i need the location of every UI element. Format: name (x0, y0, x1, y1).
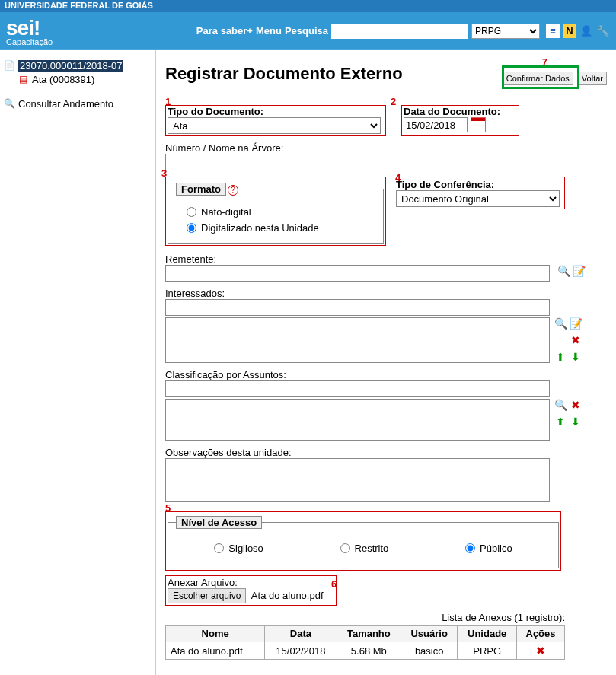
radio-restrito[interactable] (340, 543, 350, 553)
pesquisa-label: Pesquisa (285, 25, 328, 37)
up-cls-icon[interactable]: ⬆ (554, 416, 567, 428)
nivel-legend: Nível de Acesso (176, 515, 262, 529)
tipoconf-label: Tipo de Conferência: (396, 179, 563, 190)
menu-link[interactable]: Menu (256, 25, 282, 37)
td-acoes: ✖ (517, 642, 565, 660)
data-input[interactable] (404, 117, 468, 132)
tipo-label: Tipo do Documento: (168, 106, 384, 117)
radio-sigiloso[interactable] (214, 543, 224, 553)
td-unidade: PRPG (458, 642, 517, 660)
processo-link[interactable]: 23070.000011/2018-07 (18, 60, 123, 72)
consult-link[interactable]: Consultar Andamento (18, 98, 113, 110)
delete-anexo-icon[interactable]: ✖ (535, 645, 547, 657)
nivel-sigiloso[interactable]: Sigiloso (214, 543, 263, 554)
formato-fieldset: Formato? Nato-digital Digitalizado nesta… (168, 182, 384, 244)
help-icon[interactable]: ? (228, 185, 238, 196)
doc-link[interactable]: Ata (0008391) (32, 74, 94, 85)
edit-remetente-icon[interactable]: 📝 (573, 265, 585, 277)
classif-input[interactable] (165, 380, 550, 397)
tipoconf-group: Tipo de Conferência: Documento Original (394, 177, 565, 209)
formato-digit[interactable]: Digitalizado nesta Unidade (187, 222, 375, 234)
interessados-list[interactable] (165, 317, 550, 363)
sei-sub: Capacitação (6, 37, 53, 46)
tipoconf-select[interactable]: Documento Original (396, 190, 560, 207)
nivel-restrito[interactable]: Restrito (340, 543, 389, 554)
file-name: Ata do aluno.pdf (251, 590, 324, 601)
para-saber-link[interactable]: Para saber+ (196, 25, 253, 37)
td-tamanho: 5.68 Mb (337, 642, 401, 660)
anexos-table: Nome Data Tamanho Usuário Unidade Ações … (165, 625, 565, 660)
escolher-arquivo-button[interactable]: Escolher arquivo (168, 588, 246, 603)
list-icon[interactable]: ≡ (546, 24, 560, 38)
search-remetente-icon[interactable]: 🔍 (557, 265, 570, 277)
anexar-group: Anexar Arquivo: Escolher arquivo Ata do … (165, 575, 337, 606)
td-nome: Ata do aluno.pdf (166, 642, 265, 660)
main: Registrar Documento Externo Confirmar Da… (156, 50, 616, 675)
marker-2: 2 (391, 96, 396, 107)
pdf-icon: ▤ (17, 73, 29, 85)
calendar-icon[interactable] (471, 117, 486, 132)
sidebar: 📄 23070.000011/2018-07 ▤ Ata (0008391) 🔍… (0, 50, 156, 675)
anexos-title: Lista de Anexos (1 registro): (165, 612, 565, 623)
data-group: Data do Documento: (401, 105, 519, 136)
search-icon: 🔍 (3, 97, 15, 110)
unit-select[interactable]: PRPG (471, 24, 540, 39)
formato-legend: Formato? (176, 182, 238, 196)
topbar: UNIVERSIDADE FEDERAL DE GOIÁS (0, 0, 616, 12)
processo-row[interactable]: 📄 23070.000011/2018-07 (3, 59, 152, 72)
obs-textarea[interactable] (165, 458, 550, 502)
down-int-icon[interactable]: ⬇ (570, 351, 582, 363)
logo-area: sei! Capacitação (6, 16, 53, 46)
interessados-input[interactable] (165, 299, 550, 316)
nivel-group: Nível de Acesso Sigiloso Restrito Públic… (165, 511, 561, 571)
th-usuario: Usuário (401, 626, 458, 642)
numero-input[interactable] (165, 154, 378, 170)
org-name: UNIVERSIDADE FEDERAL DE GOIÁS (5, 1, 153, 10)
top-actions: Confirmar Dados Voltar (503, 72, 607, 85)
edit-int-icon[interactable]: 📝 (570, 317, 582, 330)
remove-cls-icon[interactable]: ✖ (570, 399, 582, 411)
search-int-icon[interactable]: 🔍 (554, 317, 567, 330)
nivel-fieldset: Nível de Acesso Sigiloso Restrito Públic… (168, 515, 559, 568)
tipo-select[interactable]: Ata (168, 117, 381, 134)
table-row: Ata do aluno.pdf 15/02/2018 5.68 Mb basi… (166, 642, 565, 660)
confirmar-button[interactable]: Confirmar Dados (503, 72, 573, 85)
td-data: 15/02/2018 (265, 642, 337, 660)
voltar-button[interactable]: Voltar (578, 72, 607, 85)
down-cls-icon[interactable]: ⬇ (570, 416, 582, 428)
sei-logo: sei! (6, 16, 40, 40)
numero-label: Número / Nome na Árvore: (165, 142, 607, 154)
doc-row[interactable]: ▤ Ata (0008391) (17, 73, 152, 85)
anexar-label: Anexar Arquivo: (168, 577, 334, 588)
table-header-row: Nome Data Tamanho Usuário Unidade Ações (166, 626, 565, 642)
th-acoes: Ações (517, 626, 565, 642)
header-nav: Para saber+ Menu Pesquisa PRPG ≡ N 👤 🔧 (196, 24, 610, 39)
doc-icon: 📄 (3, 59, 15, 72)
consult-row[interactable]: 🔍 Consultar Andamento (3, 97, 152, 110)
tipo-group: Tipo do Documento: Ata (165, 105, 386, 136)
th-tamanho: Tamanho (337, 626, 401, 642)
search-cls-icon[interactable]: 🔍 (554, 399, 567, 411)
radio-nato[interactable] (187, 207, 196, 217)
nivel-publico[interactable]: Público (465, 543, 512, 554)
novo-icon[interactable]: N (563, 24, 576, 38)
form: 1 2 Tipo do Documento: Ata Data do Docum… (165, 105, 607, 660)
key-icon[interactable]: 🔧 (596, 24, 610, 38)
radio-digit[interactable] (187, 223, 196, 233)
remetente-label: Remetente: (165, 253, 607, 265)
formato-nato[interactable]: Nato-digital (187, 206, 375, 218)
remove-int-icon[interactable]: ✖ (570, 334, 582, 346)
data-label: Data do Documento: (404, 106, 517, 117)
td-usuario: basico (401, 642, 458, 660)
marker-5: 5 (165, 502, 171, 514)
search-input[interactable] (331, 24, 468, 39)
radio-publico[interactable] (465, 543, 475, 553)
formato-group: Formato? Nato-digital Digitalizado nesta… (165, 177, 386, 246)
marker-6: 6 (331, 578, 337, 590)
user-icon[interactable]: 👤 (579, 24, 593, 38)
interessados-label: Interessados: (165, 288, 607, 299)
classif-list[interactable] (165, 399, 550, 441)
remetente-input[interactable] (165, 265, 550, 282)
header: sei! Capacitação Para saber+ Menu Pesqui… (0, 12, 616, 50)
up-int-icon[interactable]: ⬆ (554, 351, 567, 363)
